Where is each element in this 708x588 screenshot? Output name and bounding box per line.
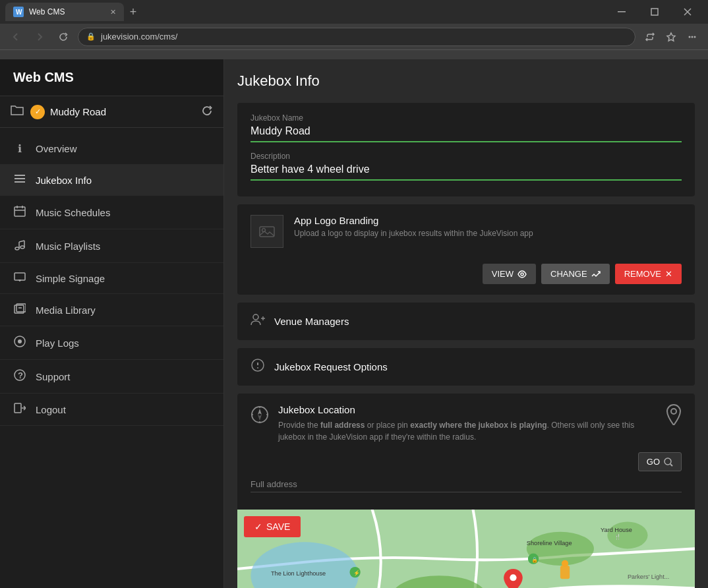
nav-items: ℹ Overview Jukebox Info Music Schedules <box>0 128 223 588</box>
svg-line-19 <box>19 241 24 242</box>
svg-point-7 <box>689 36 691 38</box>
svg-rect-13 <box>15 207 25 216</box>
sidebar-item-media-library[interactable]: Media Library <box>0 294 223 326</box>
back-button[interactable] <box>7 28 25 46</box>
toolbar-actions <box>641 28 701 46</box>
remove-logo-button[interactable]: REMOVE ✕ <box>615 264 682 284</box>
browser-chrome: W Web CMS ✕ + 🔒 ju <box>0 0 708 59</box>
sidebar: Web CMS ✓ Muddy Road ℹ Overview <box>0 59 224 588</box>
jukebox-name-value[interactable]: Muddy Road <box>251 125 682 142</box>
browser-tab[interactable]: W Web CMS ✕ <box>5 3 124 21</box>
sidebar-item-simple-signage[interactable]: Simple Signage <box>0 263 223 294</box>
play-logs-icon <box>13 336 26 350</box>
request-options-icon <box>251 359 265 375</box>
request-options-section[interactable]: Jukebox Request Options <box>237 348 695 386</box>
jukebox-name-field: Jukebox Name Muddy Road <box>251 113 682 142</box>
svg-point-65 <box>510 574 516 581</box>
main-content: Jukebox Info Jukebox Name Muddy Road Des… <box>224 59 708 588</box>
forward-button[interactable] <box>30 28 49 46</box>
go-label: GO <box>647 457 660 467</box>
venue-managers-section[interactable]: Venue Managers <box>237 303 695 340</box>
close-tab-button[interactable]: ✕ <box>110 8 116 16</box>
window-controls <box>606 0 703 24</box>
jukebox-selector[interactable]: ✓ Muddy Road <box>0 96 223 128</box>
svg-rect-66 <box>560 566 570 579</box>
svg-point-50 <box>671 409 676 414</box>
tab-favicon: W <box>13 7 24 17</box>
app-logo-card: App Logo Branding Upload a logo to displ… <box>237 204 695 295</box>
url-text: jukevision.com/cms/ <box>101 32 177 42</box>
app-title: Web CMS <box>13 70 74 84</box>
location-section: Jukebox Location Provide the full addres… <box>237 394 695 503</box>
menu-button[interactable] <box>683 28 701 46</box>
sidebar-item-label-music-playlists: Music Playlists <box>36 241 100 252</box>
sidebar-item-play-logs[interactable]: Play Logs <box>0 326 223 360</box>
save-button[interactable]: ✓ SAVE <box>244 516 301 537</box>
svg-point-51 <box>664 458 671 465</box>
request-options-title: Jukebox Request Options <box>274 361 388 372</box>
location-title: Jukebox Location <box>278 404 657 415</box>
save-checkmark-icon: ✓ <box>254 521 262 532</box>
svg-point-17 <box>15 247 19 250</box>
svg-text:Parkers' Light...: Parkers' Light... <box>628 573 669 580</box>
sidebar-item-label-jukebox-info: Jukebox Info <box>36 175 92 186</box>
location-info: Jukebox Location Provide the full addres… <box>278 404 657 443</box>
go-bar: GO <box>251 452 682 471</box>
venue-managers-title: Venue Managers <box>274 316 349 327</box>
svg-point-57 <box>607 522 647 549</box>
svg-rect-2 <box>618 11 626 13</box>
sidebar-item-support[interactable]: ? Support <box>0 360 223 394</box>
svg-text:W: W <box>16 9 22 16</box>
svg-point-8 <box>692 36 693 38</box>
jukebox-name-area: ✓ Muddy Road <box>30 105 194 119</box>
venue-managers-icon <box>251 313 265 330</box>
view-logo-button[interactable]: VIEW <box>483 264 536 284</box>
minimize-button[interactable] <box>606 0 637 24</box>
support-icon: ? <box>13 369 26 384</box>
view-label: VIEW <box>492 269 514 279</box>
svg-text:The Lion Lighthouse: The Lion Lighthouse <box>271 570 326 577</box>
remove-label: REMOVE <box>624 269 661 279</box>
location-header: Jukebox Location Provide the full addres… <box>251 404 682 443</box>
go-button[interactable]: GO <box>638 452 682 471</box>
folder-icon <box>11 104 24 119</box>
sidebar-refresh-button[interactable] <box>201 105 213 119</box>
jukebox-location-card: Jukebox Location Provide the full addres… <box>237 394 695 588</box>
new-tab-button[interactable]: + <box>124 3 142 21</box>
address-input[interactable]: Full address <box>251 477 682 492</box>
svg-point-9 <box>694 36 696 38</box>
sidebar-item-music-playlists[interactable]: Music Playlists <box>0 229 223 263</box>
save-label: SAVE <box>266 521 290 532</box>
address-bar[interactable]: 🔒 jukevision.com/cms/ <box>78 28 635 46</box>
page-title: Jukebox Info <box>237 73 695 90</box>
address-section: GO Full address <box>251 452 682 492</box>
change-logo-button[interactable]: CHANGE <box>541 264 610 284</box>
svg-marker-45 <box>258 415 262 421</box>
close-button[interactable] <box>672 0 703 24</box>
app-logo-section: App Logo Branding Upload a logo to displ… <box>237 204 695 258</box>
svg-point-42 <box>257 367 258 368</box>
svg-marker-6 <box>667 33 675 41</box>
share-button[interactable] <box>641 28 659 46</box>
restore-button[interactable] <box>639 0 670 24</box>
request-options-card[interactable]: Jukebox Request Options <box>237 348 695 386</box>
sidebar-item-jukebox-info[interactable]: Jukebox Info <box>0 165 223 196</box>
bookmark-button[interactable] <box>662 28 680 46</box>
sidebar-item-label-media-library: Media Library <box>36 305 96 316</box>
sidebar-item-logout[interactable]: Logout <box>0 394 223 426</box>
jukebox-name: Muddy Road <box>50 106 106 117</box>
sidebar-header: Web CMS <box>0 59 223 96</box>
location-description: Provide the full address or place pin ex… <box>278 419 657 443</box>
jukebox-desc-label: Description <box>251 152 682 161</box>
sidebar-item-overview[interactable]: ℹ Overview <box>0 133 223 165</box>
sidebar-item-music-schedules[interactable]: Music Schedules <box>0 196 223 229</box>
svg-rect-34 <box>260 227 274 237</box>
map-container: The Lion Lighthouse ShoreLine Aquatic Pa… <box>237 510 695 588</box>
jukebox-desc-value[interactable]: Better have 4 wheel drive <box>251 163 682 181</box>
svg-rect-3 <box>651 9 658 15</box>
refresh-button[interactable] <box>54 28 73 46</box>
venue-managers-card[interactable]: Venue Managers <box>237 303 695 340</box>
map-mock: The Lion Lighthouse ShoreLine Aquatic Pa… <box>237 510 695 588</box>
app-logo-description: Upload a logo to display in jukebox resu… <box>294 229 682 238</box>
browser-toolbar: 🔒 jukevision.com/cms/ <box>0 24 708 50</box>
